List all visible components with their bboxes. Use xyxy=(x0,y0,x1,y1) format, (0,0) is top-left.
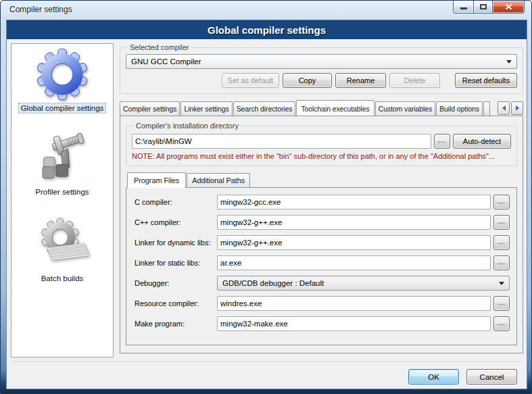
tab-scroll-right-button[interactable] xyxy=(511,101,523,115)
install-dir-legend: Compiler's installation directory xyxy=(134,122,241,130)
debugger-select[interactable]: GDB/CDB debugger : Default xyxy=(217,276,510,291)
close-button[interactable] xyxy=(493,1,525,14)
sidebar-item-label: Batch builds xyxy=(39,274,86,283)
tab-custom-variables[interactable]: Custom variables xyxy=(375,101,436,116)
maximize-button[interactable] xyxy=(473,1,493,14)
cpp-compiler-input[interactable] xyxy=(217,215,491,230)
tab-search-directories[interactable]: Search directories xyxy=(233,101,296,116)
sidebar-item-label: Global compiler settings xyxy=(19,103,106,113)
compiler-settings-dialog: Compiler settings Global compiler settin… xyxy=(0,0,532,394)
dynamic-linker-row: Linker for dynamic libs: ... xyxy=(135,235,510,250)
sidebar-item-global-compiler-settings[interactable]: Global compiler settings xyxy=(19,47,106,113)
selected-compiler-group: Selected compiler GNU GCC Compiler Set a… xyxy=(120,43,523,94)
dynamic-linker-input[interactable] xyxy=(217,235,491,250)
close-icon xyxy=(505,3,512,10)
ok-button[interactable]: OK xyxy=(408,369,459,385)
caliper-icon xyxy=(34,130,90,186)
chevron-down-icon xyxy=(506,60,512,64)
make-program-row: Make program: ... xyxy=(135,316,510,331)
minimize-button[interactable] xyxy=(453,1,473,14)
debugger-select-value: GDB/CDB debugger : Default xyxy=(222,279,324,287)
resource-compiler-input[interactable] xyxy=(217,296,491,311)
set-as-default-button[interactable]: Set as default xyxy=(222,73,279,88)
tab-scroll-controls xyxy=(496,101,523,115)
tab-build-options[interactable]: Build options xyxy=(436,101,483,116)
field-label: Linker for static libs: xyxy=(135,259,217,267)
arrow-left-icon xyxy=(502,105,506,111)
field-label: C compiler: xyxy=(135,198,217,206)
cancel-button[interactable]: Cancel xyxy=(466,369,517,385)
reset-defaults-button[interactable]: Reset defaults xyxy=(455,73,517,88)
make-program-input[interactable] xyxy=(217,316,491,331)
tab-linker-settings[interactable]: Linker settings xyxy=(180,101,232,116)
field-label: C++ compiler: xyxy=(135,218,217,226)
tab-partial xyxy=(483,101,490,116)
window-title: Compiler settings xyxy=(9,5,72,14)
dialog-content: Global compiler settings xyxy=(7,39,527,389)
selected-compiler-legend: Selected compiler xyxy=(128,43,191,51)
field-label: Make program: xyxy=(135,320,217,328)
make-program-browse-button[interactable]: ... xyxy=(493,316,510,331)
c-compiler-row: C compiler: ... xyxy=(135,195,510,210)
main-panel: Selected compiler GNU GCC Compiler Set a… xyxy=(120,43,523,353)
program-files-subtabs: Program Files Additional Paths xyxy=(126,172,517,187)
compiler-buttons-row: Set as default Copy Rename Delete Reset … xyxy=(126,73,517,88)
gray-gear-papers-icon xyxy=(34,217,90,272)
subtab-program-files[interactable]: Program Files xyxy=(127,172,186,188)
titlebar[interactable]: Compiler settings xyxy=(1,1,531,20)
delete-button[interactable]: Delete xyxy=(389,73,440,88)
debugger-row: Debugger: GDB/CDB debugger : Default xyxy=(135,276,510,291)
field-label: Resource compiler: xyxy=(135,299,217,307)
footer-separator xyxy=(12,362,521,363)
dynamic-linker-browse-button[interactable]: ... xyxy=(493,235,510,250)
field-label: Debugger: xyxy=(135,279,217,287)
cpp-compiler-row: C++ compiler: ... xyxy=(135,215,510,230)
auto-detect-button[interactable]: Auto-detect xyxy=(453,134,511,149)
subtab-additional-paths[interactable]: Additional Paths xyxy=(187,173,250,187)
cpp-compiler-browse-button[interactable]: ... xyxy=(493,215,510,230)
sidebar-item-label: Profiler settings xyxy=(33,187,91,197)
install-dir-browse-button[interactable]: ... xyxy=(434,134,450,149)
window-controls xyxy=(453,1,525,14)
tab-toolchain-executables[interactable]: Toolchain executables xyxy=(296,100,374,116)
tab-scroll-left-button[interactable] xyxy=(498,101,510,115)
resource-compiler-row: Resource compiler: ... xyxy=(135,296,510,311)
dialog-header-title: Global compiler settings xyxy=(208,24,326,36)
footer-buttons: OK Cancel xyxy=(408,369,517,385)
install-dir-note: NOTE: All programs must exist either in … xyxy=(132,152,511,160)
compiler-select-value: GNU GCC Compiler xyxy=(131,57,201,66)
settings-category-list: Global compiler settings xyxy=(11,43,114,358)
install-dir-row: ... Auto-detect xyxy=(132,134,511,149)
copy-button[interactable]: Copy xyxy=(283,73,332,88)
program-files-page: C compiler: ... C++ compiler: ... xyxy=(126,187,517,345)
install-dir-input[interactable] xyxy=(132,134,431,149)
toolchain-executables-page: Compiler's installation directory ... Au… xyxy=(120,116,523,353)
static-linker-browse-button[interactable]: ... xyxy=(493,255,510,270)
c-compiler-input[interactable] xyxy=(217,195,491,210)
resource-compiler-browse-button[interactable]: ... xyxy=(493,296,510,311)
sidebar-item-batch-builds[interactable]: Batch builds xyxy=(34,217,90,283)
chevron-down-icon xyxy=(499,282,504,285)
arrow-right-icon xyxy=(516,105,519,111)
maximize-icon xyxy=(480,4,487,9)
minimize-icon xyxy=(460,7,467,9)
compiler-select[interactable]: GNU GCC Compiler xyxy=(126,54,517,69)
dialog-client-area: Global compiler settings xyxy=(6,20,527,389)
install-dir-group: Compiler's installation directory ... Au… xyxy=(126,122,517,166)
rename-button[interactable]: Rename xyxy=(335,73,386,88)
blue-gear-icon xyxy=(34,47,90,102)
static-linker-row: Linker for static libs: ... xyxy=(135,255,510,270)
sidebar-item-profiler-settings[interactable]: Profiler settings xyxy=(33,130,91,197)
field-label: Linker for dynamic libs: xyxy=(135,239,217,247)
c-compiler-browse-button[interactable]: ... xyxy=(493,195,510,210)
dialog-header: Global compiler settings xyxy=(7,20,527,39)
tab-compiler-settings[interactable]: Compiler settings xyxy=(120,101,180,116)
settings-tabstrip: Compiler settings Linker settings Search… xyxy=(120,99,523,116)
static-linker-input[interactable] xyxy=(217,255,491,270)
